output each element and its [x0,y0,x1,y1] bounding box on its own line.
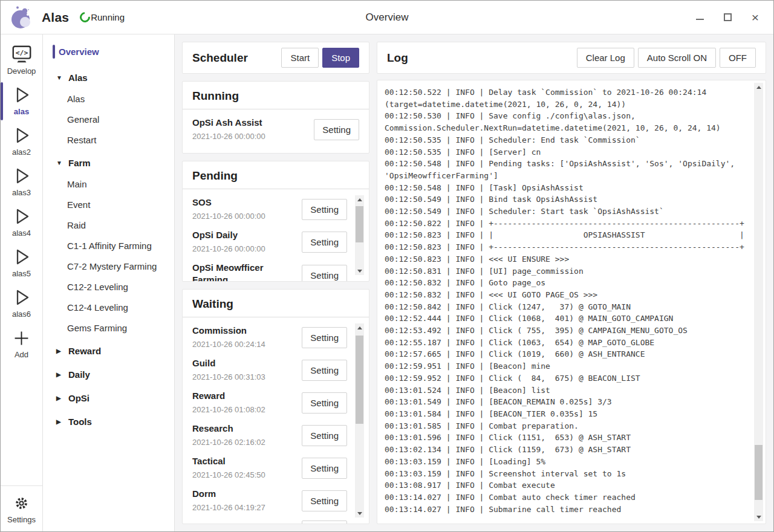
sidebar-item-add[interactable]: Add [1,324,42,365]
clear-log-button[interactable]: Clear Log [577,48,634,68]
main-content: Scheduler Start Stop Running OpSi Ash As… [175,34,773,531]
task-setting-button[interactable]: Setting [314,119,359,140]
sidebar-item-alas5[interactable]: alas5 [1,243,42,284]
scroll-up-icon[interactable] [355,195,364,204]
task-setting-button[interactable]: Setting [302,265,347,282]
nav-item-gems-farming[interactable]: Gems Farming [43,318,174,339]
nav-group-label: Tools [68,417,92,427]
autoscroll-on-button[interactable]: Auto Scroll ON [638,48,716,68]
nav-group-daily[interactable]: ▶Daily [43,362,174,386]
sidebar-item-label: alas6 [12,310,31,319]
task-row: SOS2021-10-26 00:00:00Setting [192,196,347,222]
status-label: Running [91,12,125,22]
task-setting-button[interactable]: Setting [302,425,347,446]
task-setting-button[interactable]: Setting [302,360,347,381]
play-icon [11,246,32,268]
minimize-button[interactable] [695,13,704,22]
nav-item-restart[interactable]: Restart [43,130,174,151]
pending-scrollbar[interactable] [355,195,364,275]
scroll-up-icon[interactable] [754,83,763,91]
scroll-down-icon[interactable] [754,513,763,521]
nav-item-main[interactable]: Main [43,174,174,195]
sidebar-item-develop[interactable]: </>Develop [1,41,42,81]
scroll-down-icon[interactable] [355,509,364,517]
scrollbar-thumb[interactable] [356,336,363,424]
sidebar-item-label: Develop [7,66,36,76]
code-monitor-icon: </> [11,44,33,65]
task-row: Dorm2021-10-26 04:19:27Setting [192,488,347,513]
nav-group-opsi[interactable]: ▶OpSi [43,386,174,409]
pending-list: SOS2021-10-26 00:00:00SettingOpSi Daily2… [183,189,369,281]
task-setting-button[interactable]: Setting [302,199,347,220]
sidebar-item-alas6[interactable]: alas6 [1,284,42,324]
sidebar-item-label: alas2 [12,148,31,157]
task-row: OpSi Meowfficer FarmingSetting [192,262,347,281]
sidebar-item-alas4[interactable]: alas4 [1,203,42,243]
sidebar-item-alas2[interactable]: alas2 [1,122,42,162]
nav-group-alas[interactable]: ▼Alas [43,65,174,89]
play-icon [11,125,32,146]
pending-title: Pending [183,161,369,189]
task-name: Guild [192,357,297,369]
task-time: 2021-10-26 00:00:00 [192,244,297,255]
nav-item-event[interactable]: Event [43,195,174,215]
waiting-scrollbar[interactable] [355,323,364,517]
task-row: OpSi Ash Assist2021-10-26 00:00:00Settin… [192,117,359,142]
play-icon [11,287,32,308]
scheduler-status: Running [80,12,125,22]
chevron-right-icon: ▶ [56,395,63,401]
task-setting-button[interactable]: Setting [302,490,347,511]
task-name: OpSi Daily [192,229,297,241]
autoscroll-off-button[interactable]: OFF [720,48,756,68]
scroll-up-icon[interactable] [355,323,364,332]
svg-text:</>: </> [15,48,28,57]
log-scrollbar[interactable] [754,83,763,521]
nav-item-general[interactable]: General [43,109,174,130]
nav-group-farm[interactable]: ▼Farm [43,151,174,174]
log-header-panel: Log Clear Log Auto Scroll ON OFF [377,42,766,74]
icon-rail-items: </>Developalasalas2alas3alas4alas5alas6A… [1,41,42,365]
task-time: 2021-10-26 00:24:14 [192,339,297,350]
task-row: OpSi Daily2021-10-26 00:00:00Setting [192,229,347,255]
sidebar-item-settings[interactable]: Settings [1,485,42,531]
task-row: Tactical2021-10-26 02:45:50Setting [192,455,347,481]
maximize-button[interactable] [723,13,732,22]
scheduler-title: Scheduler [192,51,248,65]
task-setting-button[interactable]: Setting [302,458,347,479]
chevron-right-icon: ▶ [56,371,63,378]
start-button[interactable]: Start [281,48,319,68]
settings-label: Settings [7,515,36,524]
task-name: OpSi Meowfficer Farming [192,262,297,281]
window-controls: × [695,13,773,22]
task-setting-button[interactable]: Setting [302,392,347,414]
nav-group-label: OpSi [68,393,89,403]
task-row: Guild2021-10-26 00:31:03Setting [192,357,347,383]
nav-item-c12-2-leveling[interactable]: C12-2 Leveling [43,277,174,297]
waiting-list: Commission2021-10-26 00:24:14SettingGuil… [183,317,369,524]
nav-item-overview[interactable]: Overview [43,43,174,60]
stop-button[interactable]: Stop [322,48,359,68]
task-setting-button[interactable]: Setting [302,232,347,253]
running-list: OpSi Ash Assist2021-10-26 00:00:00Settin… [183,109,369,153]
task-name: Tactical [192,455,297,467]
nav-item-alas[interactable]: Alas [43,89,174,109]
nav-item-raid[interactable]: Raid [43,215,174,236]
task-time: 2021-10-26 01:08:02 [192,404,297,415]
scroll-down-icon[interactable] [355,267,364,275]
nav-item-c12-4-leveling[interactable]: C12-4 Leveling [43,297,174,318]
task-setting-button[interactable]: Setting [302,327,347,348]
nav-item-c7-2-mystery-farming[interactable]: C7-2 Mystery Farming [43,256,174,277]
waiting-title: Waiting [183,290,369,317]
nav-group-reward[interactable]: ▶Reward [43,339,174,362]
scheduler-column: Scheduler Start Stop Running OpSi Ash As… [182,42,369,524]
scrollbar-thumb[interactable] [356,206,363,242]
rail-spacer [1,365,42,485]
nav-group-tools[interactable]: ▶Tools [43,409,174,433]
nav-item-c1-1-affinity-farming[interactable]: C1-1 Affinity Farming [43,236,174,256]
close-button[interactable]: × [750,13,760,22]
scrollbar-thumb[interactable] [755,445,763,500]
sidebar-item-alas3[interactable]: alas3 [1,162,42,203]
sidebar-item-alas[interactable]: alas [1,81,42,122]
task-setting-button[interactable]: Setting [302,521,347,524]
task-row: Reward2021-10-26 01:08:02Setting [192,390,347,415]
